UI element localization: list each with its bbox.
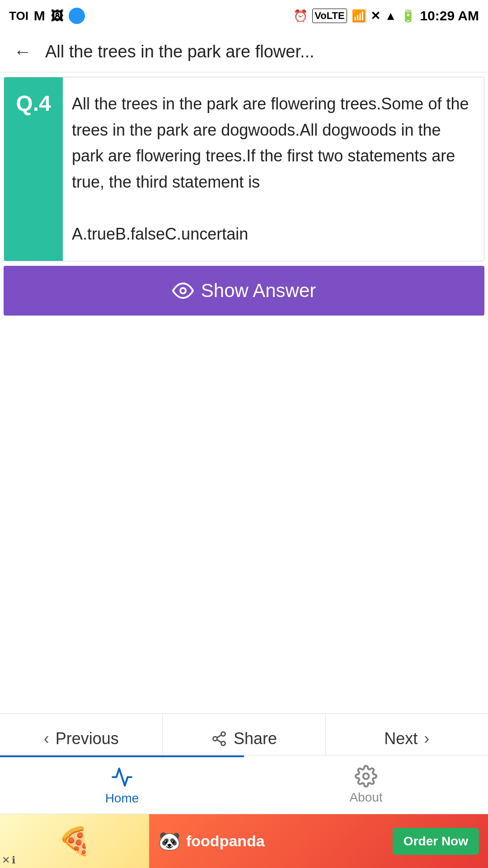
signal-x-icon: ✕ bbox=[371, 9, 380, 23]
ad-content: 🐼 foodpanda Order Now bbox=[149, 814, 488, 868]
battery-icon: 🔋 bbox=[401, 9, 415, 23]
tab-about-label: About bbox=[349, 790, 382, 805]
header-title: All the trees in the park are flower... bbox=[45, 42, 314, 61]
ad-brand-name: foodpanda bbox=[186, 832, 265, 850]
question-text: All the trees in the park are flowering … bbox=[63, 77, 484, 261]
ad-image-left: 🍕 bbox=[0, 814, 149, 868]
app-icon bbox=[69, 8, 85, 24]
back-button[interactable]: ← bbox=[9, 37, 36, 66]
svg-line-4 bbox=[217, 740, 221, 742]
prev-arrow-icon: ‹ bbox=[44, 729, 49, 748]
ad-close-area: ✕ ℹ bbox=[2, 854, 15, 866]
ad-brand: 🐼 foodpanda bbox=[158, 830, 265, 852]
close-icon[interactable]: ✕ bbox=[2, 854, 10, 866]
status-bar: TOI M 🖼 ⏰ VoLTE 📶 ✕ ▲ 🔋 10:29 AM bbox=[0, 0, 488, 32]
question-number-box: Q.4 bbox=[4, 77, 63, 261]
question-body: All the trees in the park are flowering … bbox=[72, 94, 469, 191]
ad-cta-button[interactable]: Order Now bbox=[393, 828, 479, 855]
tab-home-label: Home bbox=[105, 791, 139, 806]
ad-banner: 🍕 🐼 foodpanda Order Now ✕ ℹ bbox=[0, 814, 488, 868]
status-left-icons: TOI M 🖼 bbox=[9, 8, 85, 24]
gmail-icon: M bbox=[34, 8, 45, 24]
ad-info-icon: ℹ bbox=[12, 854, 15, 866]
share-label: Share bbox=[234, 729, 277, 748]
svg-line-5 bbox=[217, 735, 221, 738]
svg-point-6 bbox=[363, 773, 369, 779]
toi-icon: TOI bbox=[9, 9, 28, 23]
question-options: A.trueB.falseC.uncertain bbox=[72, 225, 248, 243]
foodpanda-icon: 🐼 bbox=[158, 830, 181, 852]
tab-about[interactable]: About bbox=[244, 755, 488, 814]
show-answer-label: Show Answer bbox=[201, 280, 316, 302]
tab-bar: Home About bbox=[0, 755, 488, 814]
previous-label: Previous bbox=[56, 729, 119, 748]
show-answer-button[interactable]: Show Answer bbox=[4, 266, 484, 316]
home-pulse-icon bbox=[111, 766, 133, 788]
share-icon bbox=[211, 731, 227, 747]
tab-home[interactable]: Home bbox=[0, 755, 244, 814]
header: ← All the trees in the park are flower..… bbox=[0, 32, 488, 72]
eye-icon bbox=[172, 280, 194, 302]
status-right-icons: ⏰ VoLTE 📶 ✕ ▲ 🔋 10:29 AM bbox=[293, 8, 479, 24]
svg-point-0 bbox=[180, 288, 186, 293]
content-area bbox=[0, 319, 488, 636]
signal-icon: ▲ bbox=[385, 9, 397, 23]
next-arrow-icon: › bbox=[424, 729, 429, 748]
gallery-icon: 🖼 bbox=[51, 9, 63, 24]
next-label: Next bbox=[384, 729, 418, 748]
question-number: Q.4 bbox=[16, 91, 51, 116]
wifi-icon: 📶 bbox=[352, 9, 366, 23]
gear-icon bbox=[355, 765, 377, 788]
question-card: Q.4 All the trees in the park are flower… bbox=[4, 77, 484, 261]
volte-icon: VoLTE bbox=[312, 9, 347, 23]
time-display: 10:29 AM bbox=[420, 8, 479, 24]
alarm-icon: ⏰ bbox=[293, 9, 308, 23]
